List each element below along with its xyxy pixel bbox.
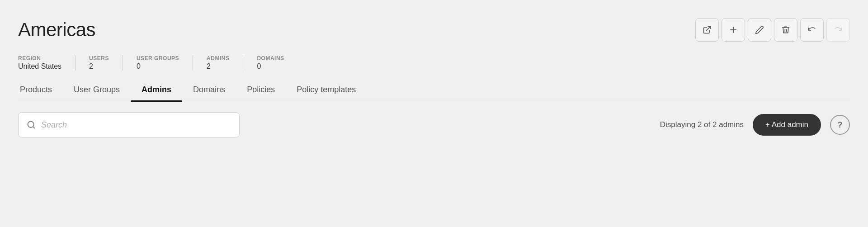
stat-domains-label: DOMAINS (257, 55, 284, 61)
page-title: Americas (18, 19, 95, 41)
edit-button[interactable] (748, 18, 771, 42)
tab-policies[interactable]: Policies (236, 80, 286, 101)
delete-button[interactable] (774, 18, 797, 42)
search-input[interactable] (41, 120, 231, 130)
toolbar-icons (695, 18, 850, 42)
stat-domains: DOMAINS 0 (257, 55, 297, 71)
search-icon (27, 120, 36, 129)
stat-admins-label: ADMINS (207, 55, 229, 61)
tabs-row: Products User Groups Admins Domains Poli… (18, 80, 850, 101)
page-container: Americas (0, 0, 868, 227)
stat-user-groups-value: 0 (137, 62, 179, 71)
svg-line-0 (706, 27, 710, 31)
tab-user-groups[interactable]: User Groups (63, 80, 131, 101)
trash-icon (781, 25, 790, 34)
redo-icon (834, 25, 843, 34)
undo-button[interactable] (800, 18, 824, 42)
export-button[interactable] (695, 18, 719, 42)
help-button[interactable]: ? (830, 115, 850, 135)
stats-row: REGION United States USERS 2 USER GROUPS… (18, 51, 850, 80)
tab-admins[interactable]: Admins (131, 80, 182, 101)
stat-region-label: REGION (18, 55, 61, 61)
stat-user-groups: USER GROUPS 0 (137, 55, 193, 71)
add-admin-button[interactable]: + Add admin (753, 114, 821, 136)
add-button[interactable] (722, 18, 745, 42)
help-icon: ? (838, 120, 843, 130)
stat-domains-value: 0 (257, 62, 284, 71)
undo-icon (807, 25, 816, 34)
stat-admins-value: 2 (207, 62, 229, 71)
action-row: Displaying 2 of 2 admins + Add admin ? (18, 101, 850, 137)
svg-line-4 (33, 127, 35, 128)
pencil-icon (755, 25, 764, 34)
search-box (18, 112, 240, 137)
tab-domains[interactable]: Domains (182, 80, 236, 101)
stat-users: USERS 2 (89, 55, 123, 71)
right-actions: Displaying 2 of 2 admins + Add admin ? (660, 114, 850, 136)
stat-users-label: USERS (89, 55, 109, 61)
stat-users-value: 2 (89, 62, 109, 71)
stat-user-groups-label: USER GROUPS (137, 55, 179, 61)
header-row: Americas (18, 0, 850, 51)
stat-admins: ADMINS 2 (207, 55, 243, 71)
displaying-count-text: Displaying 2 of 2 admins (660, 120, 744, 129)
redo-button[interactable] (826, 18, 850, 42)
tab-products[interactable]: Products (18, 80, 63, 101)
stat-region-value: United States (18, 62, 61, 71)
plus-icon (729, 25, 738, 34)
export-icon (703, 25, 712, 34)
stat-region: REGION United States (18, 55, 75, 71)
tab-policy-templates[interactable]: Policy templates (286, 80, 367, 101)
